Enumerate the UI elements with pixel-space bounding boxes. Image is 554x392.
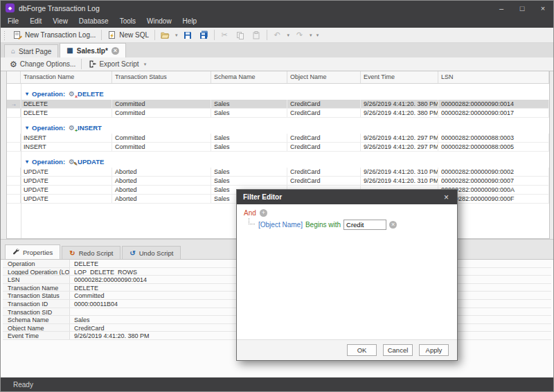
- chevron-down-icon[interactable]: ▾: [26, 91, 28, 97]
- group-row-insert[interactable]: ▾Operation:⚙+INSERT: [7, 121, 549, 134]
- minimize-button[interactable]: –: [491, 1, 512, 15]
- save-all-button[interactable]: [196, 28, 212, 42]
- cell[interactable]: 9/26/2019 4:41:20. 380 PM: [361, 100, 438, 108]
- condition-field[interactable]: [Object Name]: [258, 221, 303, 229]
- menu-file[interactable]: File: [2, 15, 24, 28]
- cut-button[interactable]: ✂: [217, 28, 233, 42]
- cell[interactable]: Sales: [211, 100, 287, 108]
- cell[interactable]: UPDATE: [21, 168, 112, 176]
- table-row[interactable]: →DELETECommittedSalesCreditCard9/26/2019…: [7, 100, 549, 109]
- menu-view[interactable]: View: [47, 15, 73, 28]
- menu-window[interactable]: Window: [141, 15, 177, 28]
- tab-redo-script[interactable]: ↻ Redo Script: [62, 246, 120, 259]
- cell[interactable]: 00000282:00000090:0007: [438, 177, 549, 185]
- export-script-dropdown-icon[interactable]: ▾: [142, 62, 149, 67]
- tab-undo-script[interactable]: ↺ Undo Script: [122, 246, 181, 259]
- condition-value-input[interactable]: [343, 220, 386, 230]
- cell[interactable]: 00000282:00000090:0014: [438, 100, 549, 108]
- menu-edit[interactable]: Edit: [24, 15, 47, 28]
- table-row[interactable]: DELETECommittedSalesCreditCard9/26/2019 …: [7, 109, 549, 118]
- cell[interactable]: Sales: [211, 168, 287, 176]
- cell[interactable]: 9/26/2019 4:41:20. 297 PM: [361, 134, 438, 142]
- cell[interactable]: INSERT: [21, 134, 112, 142]
- column-header-schema-name[interactable]: Schema Name: [211, 71, 287, 83]
- cell[interactable]: DELETE: [21, 100, 112, 108]
- chevron-down-icon[interactable]: ▾: [26, 125, 28, 131]
- cell[interactable]: Sales: [211, 143, 287, 151]
- cell[interactable]: Committed: [112, 109, 211, 117]
- cell[interactable]: UPDATE: [21, 195, 112, 203]
- apply-button[interactable]: Apply: [419, 344, 449, 356]
- group-row-delete[interactable]: ▾Operation:⚙×DELETE: [7, 87, 549, 100]
- cell[interactable]: Sales: [211, 177, 287, 185]
- toolbar-grip[interactable]: [3, 30, 6, 40]
- tab-properties[interactable]: Properties: [5, 244, 60, 259]
- filter-operator[interactable]: And: [244, 209, 256, 217]
- menu-help[interactable]: Help: [177, 15, 203, 28]
- dialog-title-bar[interactable]: Filter Editor ×: [237, 190, 457, 204]
- save-button[interactable]: [180, 28, 196, 42]
- toolbar-overflow-icon[interactable]: ▾: [314, 33, 321, 38]
- cell[interactable]: 9/26/2019 4:41:20. 310 PM: [361, 177, 438, 185]
- maximize-button[interactable]: □: [512, 1, 533, 15]
- cell[interactable]: 00000282:00000088:0003: [438, 134, 549, 142]
- tab-close-icon[interactable]: ×: [111, 47, 119, 55]
- cell[interactable]: Aborted: [112, 177, 211, 185]
- cell[interactable]: 9/26/2019 4:41:20. 297 PM: [361, 143, 438, 151]
- cell[interactable]: UPDATE: [21, 177, 112, 185]
- cell[interactable]: CreditCard: [287, 177, 361, 185]
- cell[interactable]: CreditCard: [287, 134, 361, 142]
- undo-dropdown-icon[interactable]: ▾: [285, 33, 292, 38]
- cell[interactable]: 9/26/2019 4:41:20. 310 PM: [361, 168, 438, 176]
- copy-button[interactable]: [233, 28, 249, 42]
- dialog-close-icon[interactable]: ×: [442, 193, 451, 202]
- paste-button[interactable]: [249, 28, 265, 42]
- group-row-update[interactable]: ▾Operation:⚙✎UPDATE: [7, 155, 549, 168]
- close-button[interactable]: ×: [533, 1, 553, 15]
- cell[interactable]: Committed: [112, 134, 211, 142]
- cell[interactable]: CreditCard: [287, 143, 361, 151]
- condition-comparison[interactable]: Begins with: [305, 221, 341, 229]
- cell[interactable]: DELETE: [21, 109, 112, 117]
- tab-start-page[interactable]: ⌂ Start Page: [4, 44, 58, 57]
- cancel-button[interactable]: Cancel: [383, 344, 413, 356]
- table-row[interactable]: INSERTCommittedSalesCreditCard9/26/2019 …: [7, 143, 549, 152]
- cell[interactable]: Sales: [211, 109, 287, 117]
- column-header-object-name[interactable]: Object Name: [287, 71, 361, 83]
- cell[interactable]: CreditCard: [287, 100, 361, 108]
- cell[interactable]: CreditCard: [287, 168, 361, 176]
- column-header-lsn[interactable]: LSN: [438, 71, 549, 83]
- cell[interactable]: Aborted: [112, 168, 211, 176]
- cell[interactable]: CreditCard: [287, 109, 361, 117]
- column-header-event-time[interactable]: Event Time: [361, 71, 438, 83]
- undo-button[interactable]: ↶: [269, 28, 285, 42]
- remove-condition-icon[interactable]: ×: [389, 221, 397, 229]
- open-file-button[interactable]: [157, 28, 173, 42]
- tab-sales-tlp[interactable]: ▦ Sales.tlp* ×: [60, 43, 125, 57]
- chevron-down-icon[interactable]: ▾: [26, 159, 28, 165]
- cell[interactable]: Committed: [112, 143, 211, 151]
- open-file-dropdown-icon[interactable]: ▾: [173, 33, 180, 38]
- column-header-transaction-name[interactable]: Transaction Name: [21, 71, 112, 83]
- cell[interactable]: 9/26/2019 4:41:20. 380 PM: [361, 109, 438, 117]
- export-script-button[interactable]: Export Script ▾: [84, 57, 152, 71]
- cell[interactable]: 00000282:00000090:0002: [438, 168, 549, 176]
- cell[interactable]: Sales: [211, 134, 287, 142]
- cell[interactable]: 00000282:00000090:0017: [438, 109, 549, 117]
- redo-button[interactable]: ↷: [292, 28, 307, 42]
- table-row[interactable]: INSERTCommittedSalesCreditCard9/26/2019 …: [7, 134, 549, 143]
- cell[interactable]: UPDATE: [21, 186, 112, 194]
- new-sql-button[interactable]: New SQL: [104, 28, 152, 42]
- new-transaction-log-button[interactable]: New Transaction Log...: [10, 28, 99, 42]
- ok-button[interactable]: OK: [347, 344, 377, 356]
- table-row[interactable]: UPDATEAbortedSalesCreditCard9/26/2019 4:…: [7, 168, 549, 177]
- cell[interactable]: Aborted: [112, 195, 211, 203]
- cell[interactable]: 00000282:00000088:0005: [438, 143, 549, 151]
- table-row[interactable]: UPDATEAbortedSalesCreditCard9/26/2019 4:…: [7, 177, 549, 186]
- change-options-button[interactable]: ⚙ Change Options...: [6, 57, 79, 71]
- cell[interactable]: Committed: [112, 100, 211, 108]
- cell[interactable]: Aborted: [112, 186, 211, 194]
- redo-dropdown-icon[interactable]: ▾: [307, 33, 314, 38]
- menu-database[interactable]: Database: [73, 15, 114, 28]
- cell[interactable]: INSERT: [21, 143, 112, 151]
